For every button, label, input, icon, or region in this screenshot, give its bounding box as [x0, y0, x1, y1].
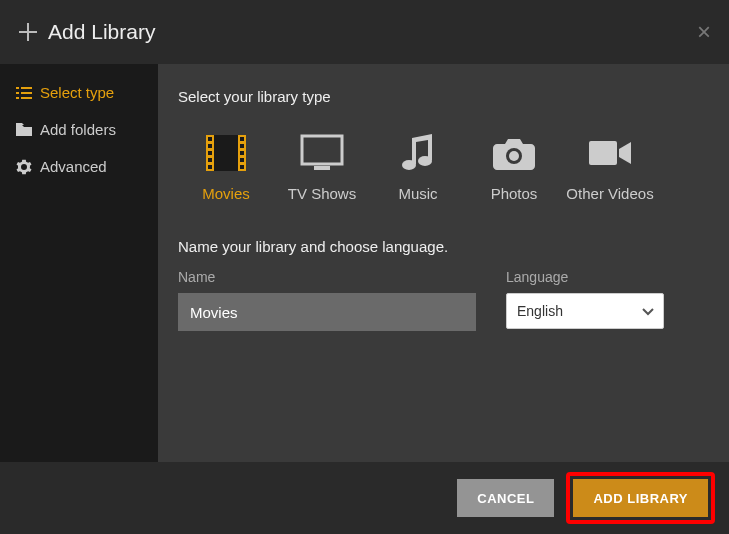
type-music[interactable]: Music — [370, 133, 466, 202]
highlight-annotation: ADD LIBRARY — [566, 472, 715, 524]
type-label: TV Shows — [288, 185, 356, 202]
svg-rect-5 — [21, 97, 32, 99]
language-select[interactable]: English — [506, 293, 664, 329]
svg-rect-10 — [208, 151, 212, 155]
svg-rect-7 — [214, 135, 238, 171]
camera-icon — [492, 133, 536, 173]
music-icon — [396, 133, 440, 173]
plus-icon — [18, 22, 38, 42]
svg-rect-2 — [16, 92, 19, 94]
svg-rect-19 — [314, 166, 330, 170]
type-label: Photos — [491, 185, 538, 202]
type-photos[interactable]: Photos — [466, 133, 562, 202]
name-field-group: Name — [178, 269, 476, 331]
svg-rect-15 — [240, 151, 244, 155]
name-label: Name — [178, 269, 476, 285]
sidebar-item-advanced[interactable]: Advanced — [0, 148, 158, 185]
type-other-videos[interactable]: Other Videos — [562, 133, 658, 202]
svg-rect-8 — [208, 137, 212, 141]
library-type-row: Movies TV Shows — [178, 133, 709, 202]
type-label: Movies — [202, 185, 250, 202]
svg-rect-13 — [240, 137, 244, 141]
modal-footer: CANCEL ADD LIBRARY — [0, 462, 729, 534]
svg-rect-17 — [240, 165, 244, 169]
video-camera-icon — [588, 133, 632, 173]
svg-rect-18 — [302, 136, 342, 164]
sidebar-item-select-type[interactable]: Select type — [0, 74, 158, 111]
folder-icon — [16, 123, 32, 137]
list-icon — [16, 86, 32, 100]
close-icon[interactable]: × — [697, 20, 711, 44]
svg-point-23 — [509, 151, 519, 161]
type-movies[interactable]: Movies — [178, 133, 274, 202]
svg-rect-0 — [16, 87, 19, 89]
gear-icon — [16, 159, 32, 175]
sidebar-item-label: Add folders — [40, 121, 116, 138]
sidebar-item-add-folders[interactable]: Add folders — [0, 111, 158, 148]
svg-point-21 — [418, 156, 432, 166]
svg-point-20 — [402, 160, 416, 170]
svg-rect-16 — [240, 158, 244, 162]
language-select-wrap: English — [506, 293, 664, 329]
modal-header: Add Library × — [0, 0, 729, 64]
sidebar: Select type Add folders Advanced — [0, 64, 158, 462]
svg-rect-9 — [208, 144, 212, 148]
type-tv-shows[interactable]: TV Shows — [274, 133, 370, 202]
svg-rect-12 — [208, 165, 212, 169]
svg-rect-1 — [21, 87, 32, 89]
form-row: Name Language English — [178, 269, 709, 331]
svg-rect-4 — [16, 97, 19, 99]
help-text: Name your library and choose language. — [178, 238, 709, 255]
sidebar-item-label: Select type — [40, 84, 114, 101]
language-field-group: Language English — [506, 269, 664, 329]
svg-rect-14 — [240, 144, 244, 148]
library-name-input[interactable] — [178, 293, 476, 331]
tv-icon — [300, 133, 344, 173]
modal-title: Add Library — [48, 20, 155, 44]
language-label: Language — [506, 269, 664, 285]
modal-body: Select type Add folders Advanced Select … — [0, 64, 729, 462]
content-panel: Select your library type Movies — [158, 64, 729, 462]
svg-rect-3 — [21, 92, 32, 94]
type-label: Other Videos — [566, 185, 653, 202]
film-icon — [204, 133, 248, 173]
svg-rect-24 — [589, 141, 617, 165]
add-library-button[interactable]: ADD LIBRARY — [573, 479, 708, 517]
add-library-modal: Add Library × Select type Add folders — [0, 0, 729, 534]
cancel-button[interactable]: CANCEL — [457, 479, 554, 517]
select-type-label: Select your library type — [178, 88, 709, 105]
type-label: Music — [398, 185, 437, 202]
svg-rect-11 — [208, 158, 212, 162]
sidebar-item-label: Advanced — [40, 158, 107, 175]
